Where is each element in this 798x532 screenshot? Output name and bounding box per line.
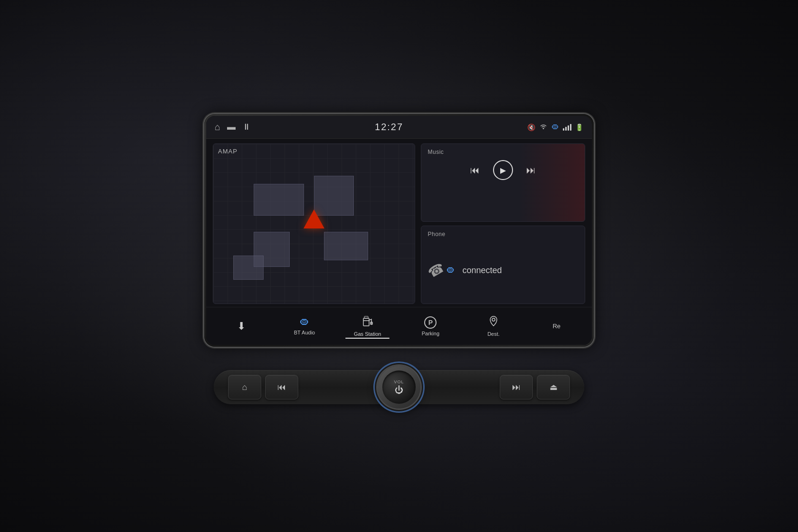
download-icon: ⬇ xyxy=(237,320,246,332)
prev-track-button[interactable]: ⏮ xyxy=(470,165,480,176)
dest-label: Dest. xyxy=(487,331,500,337)
phone-status: connected xyxy=(463,266,502,276)
bt-audio-label: BT Audio xyxy=(294,330,315,335)
music-widget[interactable]: Music ⏮ ▶ ⏭ xyxy=(421,143,586,222)
bluetooth-connected-icon: ⭖ xyxy=(446,266,455,276)
right-control-buttons: ⏭ ⏏ xyxy=(500,375,570,399)
play-button[interactable]: ▶ xyxy=(493,160,513,180)
clock-display: 12:27 xyxy=(375,122,403,133)
status-right-icons: 🔇 ⭖ xyxy=(527,123,583,132)
parking-icon: P xyxy=(424,316,437,329)
shortcut-gas-station[interactable]: Gas Station xyxy=(336,314,399,339)
parking-label: Parking xyxy=(422,331,439,336)
phone-handset-icon: ☎ xyxy=(425,259,447,281)
media-icon: ▬ xyxy=(227,122,236,132)
control-bar: ⌂ ⏮ VOL ⏻ xyxy=(214,370,584,404)
music-controls: ⏮ ▶ ⏭ xyxy=(428,160,579,180)
phone-widget-title: Phone xyxy=(428,231,579,238)
right-widgets-column: Music ⏮ ▶ ⏭ xyxy=(421,143,586,304)
vol-knob-inner: VOL ⏻ xyxy=(382,370,416,404)
pause-icon[interactable]: ⏸ xyxy=(242,122,251,132)
map-block xyxy=(324,232,368,260)
infotainment-unit: ⌂ ▬ ⏸ 12:27 🔇 xyxy=(185,81,613,451)
eject-physical-button[interactable]: ⏏ xyxy=(537,375,570,399)
widget-row: AMAP Music ⏮ xyxy=(206,139,592,307)
shortcuts-bar: ⬇ ⭖ BT Audio xyxy=(206,307,592,345)
svg-point-0 xyxy=(543,128,544,129)
svg-rect-1 xyxy=(363,318,369,326)
re-label: Re xyxy=(552,323,560,330)
map-block xyxy=(254,184,304,216)
bluetooth-icon: ⭖ xyxy=(551,123,559,132)
next-track-button[interactable]: ⏭ xyxy=(526,165,536,176)
gas-station-label: Gas Station xyxy=(354,331,381,337)
battery-icon: 🔋 xyxy=(575,124,583,131)
dashboard-background: ⌂ ▬ ⏸ 12:27 🔇 xyxy=(0,0,798,532)
mute-icon[interactable]: 🔇 xyxy=(527,124,535,131)
home-physical-icon: ⌂ xyxy=(242,382,247,392)
music-widget-title: Music xyxy=(428,149,579,155)
shortcut-bt-audio[interactable]: ⭖ BT Audio xyxy=(273,315,336,337)
home-physical-button[interactable]: ⌂ xyxy=(228,375,261,399)
shortcut-download[interactable]: ⬇ xyxy=(210,318,273,334)
wifi-icon xyxy=(539,123,548,131)
svg-point-5 xyxy=(492,318,495,321)
phone-widget[interactable]: Phone ☎ ⭖ connected xyxy=(421,226,586,304)
play-icon: ▶ xyxy=(500,166,506,175)
main-content-area: AMAP Music ⏮ xyxy=(206,139,592,345)
power-icon: ⏻ xyxy=(395,385,403,395)
shortcut-parking[interactable]: P Parking xyxy=(399,314,462,338)
shortcut-re[interactable]: Re xyxy=(525,321,588,332)
next-physical-icon: ⏭ xyxy=(512,382,521,392)
screen-bezel: ⌂ ▬ ⏸ 12:27 🔇 xyxy=(204,114,594,347)
home-icon[interactable]: ⌂ xyxy=(215,122,220,133)
prev-physical-icon: ⏮ xyxy=(277,382,286,392)
status-bar: ⌂ ▬ ⏸ 12:27 🔇 xyxy=(206,116,592,139)
navigation-arrow xyxy=(304,209,324,228)
screen: ⌂ ▬ ⏸ 12:27 🔇 xyxy=(206,116,592,345)
gas-station-icon xyxy=(362,315,373,329)
next-physical-button[interactable]: ⏭ xyxy=(500,375,533,399)
shortcut-dest[interactable]: Dest. xyxy=(462,314,525,339)
phone-icon-area: ☎ ⭖ xyxy=(428,263,455,278)
eject-physical-icon: ⏏ xyxy=(550,382,558,392)
status-left-icons: ⌂ ▬ ⏸ xyxy=(215,122,251,133)
left-control-buttons: ⌂ ⏮ xyxy=(228,375,298,399)
vol-label: VOL xyxy=(394,380,404,384)
bluetooth-audio-icon: ⭖ xyxy=(300,317,309,328)
map-label: AMAP xyxy=(218,148,238,155)
map-widget[interactable]: AMAP xyxy=(213,143,415,304)
volume-knob[interactable]: VOL ⏻ xyxy=(378,366,420,408)
phone-content: ☎ ⭖ connected xyxy=(428,242,579,299)
map-block xyxy=(233,256,264,279)
destination-icon xyxy=(489,315,498,329)
signal-icon xyxy=(563,124,571,131)
prev-physical-button[interactable]: ⏮ xyxy=(265,375,298,399)
physical-controls: ⌂ ⏮ VOL ⏻ xyxy=(204,356,594,418)
vol-knob-outer: VOL ⏻ xyxy=(378,366,420,408)
